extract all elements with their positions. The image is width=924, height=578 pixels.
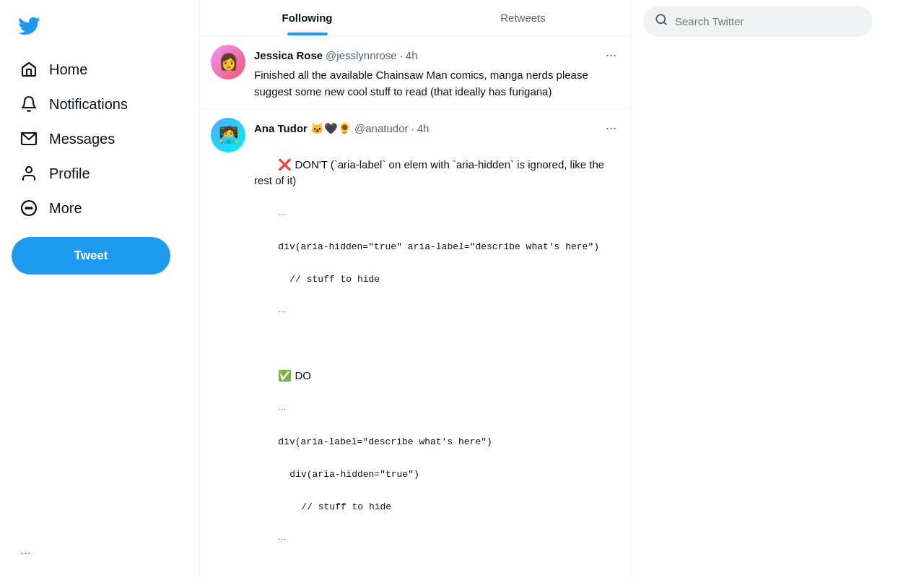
tweet-meta-jessica: Jessica Rose @jesslynnrose · 4h xyxy=(254,49,418,61)
tweet-name-ana: Ana Tudor 🐱🖤🌻 xyxy=(254,122,352,135)
tweet-text-jessica: Finished all the available Chainsaw Man … xyxy=(254,67,619,100)
svg-point-4 xyxy=(28,207,30,209)
sidebar: Home Notifications Messages Profile More xyxy=(0,0,199,578)
nav-item-notifications[interactable]: Notifications xyxy=(9,87,139,121)
tweet-more-jessica[interactable]: ··· xyxy=(603,45,619,66)
sidebar-more-dots: ··· xyxy=(9,545,31,560)
tweet-meta-ana: Ana Tudor 🐱🖤🌻 @anatudor · 4h xyxy=(254,122,429,135)
svg-point-1 xyxy=(26,167,32,173)
tweet-header-ana: Ana Tudor 🐱🖤🌻 @anatudor · 4h ··· xyxy=(254,118,619,139)
nav-item-more[interactable]: More xyxy=(9,191,139,225)
nav-item-profile[interactable]: Profile xyxy=(9,156,139,191)
tweet-dot-jessica: · xyxy=(400,49,403,61)
home-icon xyxy=(20,61,38,78)
twitter-logo[interactable] xyxy=(9,6,49,49)
tweet-time-ana: 4h xyxy=(417,122,430,134)
feed-tabs: Following Retweets xyxy=(199,0,631,36)
person-icon xyxy=(20,165,38,182)
tweet-card-jessica[interactable]: 👩 Jessica Rose @jesslynnrose · 4h ··· Fi… xyxy=(199,36,631,109)
tweet-text-ana: ❌ DON'T (`aria-label` on elem with `aria… xyxy=(254,140,619,578)
nav-item-home[interactable]: Home xyxy=(9,52,139,87)
nav-label-messages: Messages xyxy=(49,131,115,147)
tweet-handle-ana: @anatudor xyxy=(354,122,408,134)
tweet-button[interactable]: Tweet xyxy=(12,237,170,275)
svg-point-3 xyxy=(26,207,27,209)
tab-retweets[interactable]: Retweets xyxy=(415,0,631,35)
avatar-ana: 🧑‍💻 xyxy=(211,118,245,152)
mail-icon xyxy=(20,130,38,147)
search-input[interactable] xyxy=(675,15,861,27)
tweet-card-ana[interactable]: 🧑‍💻 Ana Tudor 🐱🖤🌻 @anatudor · 4h ··· ❌ D… xyxy=(199,109,631,578)
bell-icon xyxy=(20,95,38,113)
right-sidebar xyxy=(632,0,884,578)
more-circle-icon xyxy=(20,199,38,217)
main-nav: Home Notifications Messages Profile More xyxy=(9,52,139,225)
avatar-jessica: 👩 xyxy=(211,45,245,79)
svg-line-7 xyxy=(663,22,666,24)
tweet-body-jessica: Jessica Rose @jesslynnrose · 4h ··· Fini… xyxy=(254,45,619,100)
tweet-more-ana[interactable]: ··· xyxy=(603,118,619,139)
tab-following[interactable]: Following xyxy=(199,0,415,35)
search-bar[interactable] xyxy=(643,6,873,37)
nav-label-profile: Profile xyxy=(49,165,90,182)
nav-label-home: Home xyxy=(49,61,87,78)
nav-label-notifications: Notifications xyxy=(49,96,128,113)
nav-label-more: More xyxy=(49,200,82,217)
tweet-body-ana: Ana Tudor 🐱🖤🌻 @anatudor · 4h ··· ❌ DON'T… xyxy=(254,118,619,578)
tweet-name-jessica: Jessica Rose xyxy=(254,49,323,61)
main-feed: Following Retweets 👩 Jessica Rose @jessl… xyxy=(199,0,632,578)
nav-item-messages[interactable]: Messages xyxy=(9,121,139,156)
tweet-handle-jessica: @jesslynnrose xyxy=(326,49,397,61)
tweet-header-jessica: Jessica Rose @jesslynnrose · 4h ··· xyxy=(254,45,619,66)
tweet-time-jessica: 4h xyxy=(406,49,418,61)
svg-point-5 xyxy=(31,207,32,209)
search-icon xyxy=(655,13,668,30)
twitter-logo-icon xyxy=(17,14,40,38)
